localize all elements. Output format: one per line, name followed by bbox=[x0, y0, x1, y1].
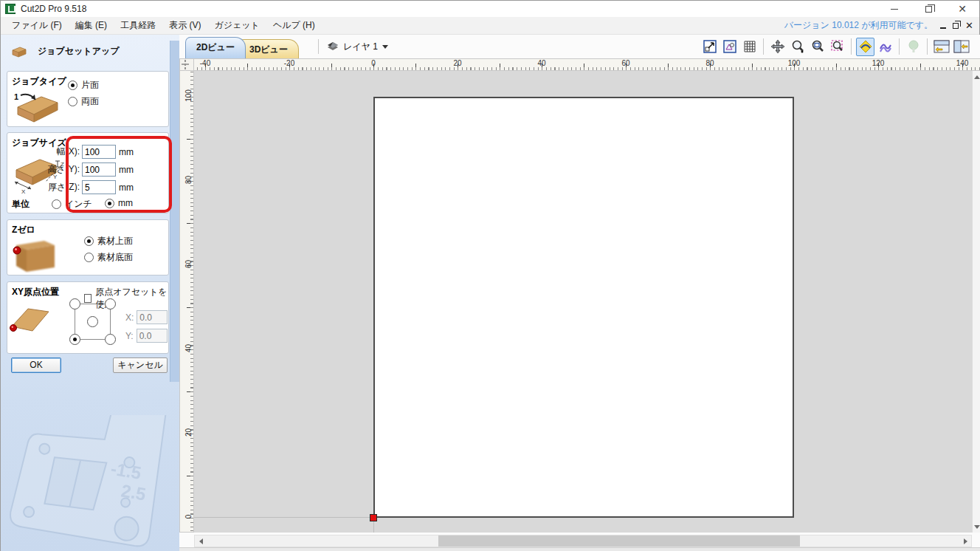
ruler-label: 100 bbox=[184, 89, 193, 103]
ruler-label: 60 bbox=[184, 257, 193, 272]
ruler-label: 0 bbox=[184, 510, 193, 524]
job-type-label: ジョブタイプ bbox=[12, 75, 66, 88]
offset-y-label: Y: bbox=[125, 331, 134, 341]
unit-mm-radio[interactable]: mm bbox=[105, 198, 133, 208]
scroll-right-icon[interactable] bbox=[961, 537, 970, 546]
zoom-interactive-icon[interactable] bbox=[788, 38, 807, 56]
zoom-drawing-icon[interactable] bbox=[720, 38, 739, 56]
close-button[interactable]: ✕ bbox=[945, 1, 979, 17]
z-zero-material-icon bbox=[12, 235, 59, 273]
origin-top-right-radio[interactable] bbox=[105, 298, 116, 309]
ruler-label: -20 bbox=[284, 59, 294, 67]
svg-text:1: 1 bbox=[14, 92, 18, 101]
preview-icon bbox=[904, 38, 922, 56]
watermark-plate-graphic: -1.5 2.5 bbox=[5, 415, 175, 551]
horizontal-ruler: -40 -20 0 20 40 60 80 100 120 140 bbox=[194, 58, 980, 71]
radio-icon bbox=[84, 253, 94, 262]
2d-canvas[interactable] bbox=[194, 71, 972, 533]
zoom-objects-icon[interactable] bbox=[700, 38, 719, 56]
z-zero-top-radio[interactable]: 素材上面 bbox=[84, 235, 133, 247]
scroll-down-icon[interactable] bbox=[973, 522, 980, 531]
ruler-label: 140 bbox=[956, 59, 969, 67]
layout-tabs-left-icon[interactable] bbox=[932, 38, 950, 56]
job-size-section: ジョブサイズ Z Y X 幅(X): mm 高さ(Y): bbox=[7, 132, 169, 213]
z-zero-bottom-radio[interactable]: 素材底面 bbox=[84, 251, 133, 264]
title-bar: Cut2D Pro 9.518 ✕ bbox=[1, 1, 979, 17]
unit-label: 単位 bbox=[12, 198, 30, 211]
ruler-label: 0 bbox=[371, 59, 376, 67]
menu-toolpath[interactable]: 工具経路 bbox=[114, 16, 162, 35]
offset-x-input[interactable] bbox=[137, 310, 168, 324]
ok-button[interactable]: OK bbox=[11, 357, 61, 373]
radio-icon bbox=[105, 199, 114, 208]
cancel-button[interactable]: キャンセル bbox=[113, 357, 168, 373]
origin-top-left-radio[interactable] bbox=[69, 298, 80, 309]
vector-curves-icon[interactable] bbox=[876, 38, 894, 56]
layer-selector[interactable]: レイヤ 1 bbox=[324, 38, 391, 55]
mdi-close-icon[interactable]: ✕ bbox=[965, 21, 973, 30]
origin-marker[interactable] bbox=[370, 514, 377, 521]
horizontal-scrollbar[interactable] bbox=[194, 535, 972, 547]
ruler-label: 20 bbox=[453, 59, 461, 67]
pan-icon[interactable] bbox=[768, 38, 787, 56]
offset-y-input[interactable] bbox=[137, 329, 168, 343]
job-type-double-sided-radio[interactable]: 両面 bbox=[68, 95, 99, 108]
vertical-ruler: 100 80 60 40 20 0 bbox=[179, 71, 194, 533]
material-sheet bbox=[373, 97, 794, 518]
height-y-unit: mm bbox=[119, 165, 134, 175]
width-x-label: 幅(X): bbox=[18, 146, 80, 158]
menu-file[interactable]: ファイル (F) bbox=[5, 16, 69, 35]
scrollbar-thumb[interactable] bbox=[438, 535, 800, 547]
version-update-link[interactable]: バージョン 10.012 が利用可能です。 bbox=[784, 19, 933, 32]
restore-button[interactable] bbox=[911, 1, 945, 17]
snap-guides-icon[interactable] bbox=[856, 38, 874, 56]
thickness-z-label: 厚さ(Z): bbox=[18, 181, 80, 194]
width-x-input[interactable] bbox=[82, 145, 116, 159]
window-title: Cut2D Pro 9.518 bbox=[21, 4, 86, 14]
job-type-single-sided-radio[interactable]: 片面 bbox=[68, 79, 99, 92]
ruler-label: 20 bbox=[184, 425, 193, 440]
minimize-icon bbox=[891, 9, 898, 10]
zoom-window-icon[interactable] bbox=[808, 38, 827, 56]
menu-help[interactable]: ヘルプ (H) bbox=[266, 16, 322, 35]
thickness-z-input[interactable] bbox=[82, 180, 116, 194]
vertical-scrollbar[interactable] bbox=[972, 71, 980, 533]
menu-view[interactable]: 表示 (V) bbox=[162, 16, 207, 35]
ruler-label: 120 bbox=[872, 59, 885, 67]
layer-icon bbox=[327, 41, 339, 52]
origin-center-radio[interactable] bbox=[87, 316, 98, 327]
mdi-minimize-icon[interactable] bbox=[940, 27, 946, 29]
menu-edit[interactable]: 編集 (E) bbox=[69, 16, 114, 35]
mdi-restore-icon[interactable] bbox=[953, 23, 959, 29]
xy-origin-label: XY原点位置 bbox=[12, 286, 59, 298]
height-y-input[interactable] bbox=[82, 162, 116, 177]
view-toolbar bbox=[700, 37, 970, 56]
panel-title: ジョブセットアップ bbox=[38, 45, 120, 58]
layer-name: レイヤ 1 bbox=[343, 41, 378, 53]
xy-origin-material-icon bbox=[9, 303, 52, 335]
ruler-label: 40 bbox=[537, 59, 545, 67]
zoom-selection-icon[interactable] bbox=[828, 38, 846, 56]
tab-2d-view[interactable]: 2Dビュー bbox=[185, 37, 246, 58]
radio-icon bbox=[68, 97, 77, 106]
menu-bar: ファイル (F) 編集 (E) 工具経路 表示 (V) ガジェット ヘルプ (H… bbox=[1, 17, 979, 35]
minimize-button[interactable] bbox=[877, 1, 911, 17]
ruler-label: 100 bbox=[788, 59, 801, 67]
ruler-label: -40 bbox=[200, 59, 210, 67]
origin-bottom-right-radio[interactable] bbox=[105, 334, 116, 345]
panel-edge-strip bbox=[170, 41, 179, 382]
origin-bottom-left-radio[interactable] bbox=[69, 334, 80, 345]
radio-icon bbox=[68, 81, 77, 90]
tab-3d-view[interactable]: 3Dビュー bbox=[238, 39, 299, 58]
width-x-unit: mm bbox=[119, 147, 134, 157]
menu-gadget[interactable]: ガジェット bbox=[207, 16, 266, 35]
scroll-up-icon[interactable] bbox=[973, 72, 980, 81]
unit-inch-radio[interactable]: インチ bbox=[52, 198, 92, 211]
ruler-origin-toggle[interactable] bbox=[179, 58, 194, 71]
job-type-section: ジョブタイプ 1 片面 両面 bbox=[7, 71, 169, 127]
layout-tabs-right-icon[interactable] bbox=[952, 38, 970, 56]
scroll-left-icon[interactable] bbox=[196, 537, 205, 546]
grid-icon[interactable] bbox=[740, 38, 759, 56]
ruler-label: 80 bbox=[705, 59, 714, 67]
job-setup-panel: -1.5 2.5 ジョブセットアップ ジョブタイプ 1 bbox=[1, 35, 179, 551]
